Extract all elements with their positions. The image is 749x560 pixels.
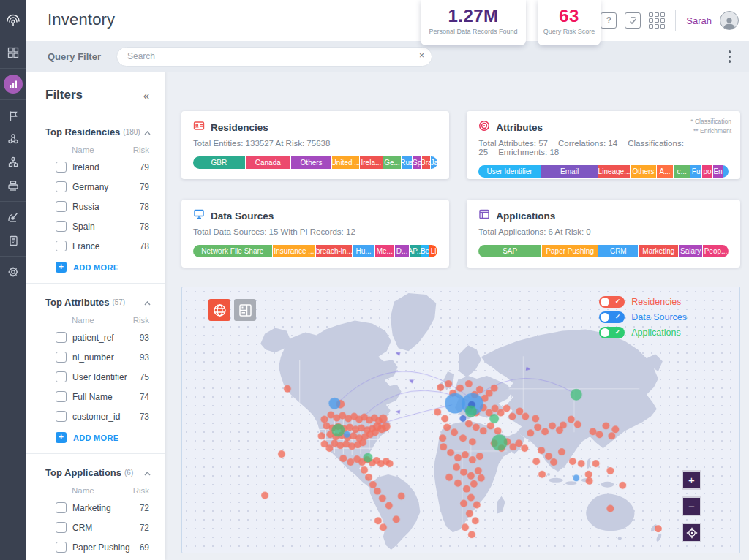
residency-marker[interactable]	[456, 385, 464, 392]
collapse-panel-button[interactable]: «	[143, 89, 149, 102]
residency-marker[interactable]	[437, 384, 444, 391]
residency-marker[interactable]	[359, 439, 366, 446]
residency-marker[interactable]	[398, 493, 405, 500]
bar-segment-c[interactable]: c...	[674, 165, 690, 178]
residency-marker[interactable]	[361, 466, 368, 474]
residency-marker[interactable]	[538, 447, 545, 454]
residency-marker[interactable]	[606, 467, 614, 474]
residency-marker[interactable]	[602, 422, 609, 429]
application-marker[interactable]	[364, 453, 373, 463]
residency-marker[interactable]	[492, 405, 499, 412]
residency-marker[interactable]	[596, 431, 603, 438]
checkbox[interactable]	[56, 201, 67, 212]
sidebar-item-correlation[interactable]	[0, 129, 26, 149]
residency-marker[interactable]	[284, 385, 291, 393]
residency-marker[interactable]	[472, 517, 479, 524]
residency-marker[interactable]	[393, 515, 400, 523]
residency-marker[interactable]	[379, 495, 386, 502]
residency-marker[interactable]	[545, 453, 552, 460]
residency-marker[interactable]	[532, 415, 539, 423]
bar-segment-me[interactable]: Me...	[375, 245, 395, 257]
residency-marker[interactable]	[550, 458, 557, 466]
bar-segment-end[interactable]	[723, 165, 729, 178]
add-more-button[interactable]: +ADD MORE	[26, 426, 165, 446]
residency-marker[interactable]	[549, 422, 556, 429]
residency-marker[interactable]	[476, 453, 483, 460]
residency-marker[interactable]	[574, 420, 581, 428]
zoom-out-button[interactable]: −	[682, 496, 701, 516]
avatar[interactable]	[720, 11, 739, 30]
bar-segment-salary[interactable]: Salary	[679, 245, 703, 257]
checkbox[interactable]	[56, 181, 67, 192]
application-marker[interactable]	[331, 423, 345, 436]
application-marker[interactable]	[489, 414, 499, 423]
residency-marker[interactable]	[476, 386, 483, 393]
sidebar-item-reports[interactable]	[0, 230, 26, 251]
residency-marker[interactable]	[467, 472, 475, 480]
checkbox[interactable]	[56, 542, 67, 553]
residency-marker[interactable]	[321, 416, 328, 423]
residency-marker[interactable]	[611, 425, 619, 433]
residency-marker[interactable]	[468, 531, 475, 538]
residency-marker[interactable]	[385, 502, 393, 510]
residency-marker[interactable]	[374, 488, 381, 495]
zoom-in-button[interactable]: +	[682, 470, 701, 490]
more-options-button[interactable]	[727, 49, 733, 64]
bar-segment-sp[interactable]: Sp	[413, 156, 422, 169]
checkbox[interactable]	[56, 391, 67, 402]
toggle-applications[interactable]: ✓	[599, 327, 625, 338]
data-source-marker[interactable]	[573, 474, 579, 481]
residency-marker[interactable]	[606, 505, 614, 512]
residency-marker[interactable]	[515, 439, 522, 447]
clear-search-icon[interactable]: ×	[419, 50, 424, 61]
residency-marker[interactable]	[478, 474, 485, 482]
residency-marker[interactable]	[369, 481, 377, 488]
residency-marker[interactable]	[568, 416, 575, 423]
residency-marker[interactable]	[445, 380, 452, 387]
residency-marker[interactable]	[462, 451, 469, 458]
residency-marker[interactable]	[325, 444, 333, 452]
bar-segment-ap[interactable]: AP...	[410, 245, 421, 257]
residency-marker[interactable]	[619, 482, 626, 489]
residency-marker[interactable]	[469, 438, 476, 445]
residency-marker[interactable]	[445, 474, 453, 481]
data-source-marker[interactable]	[460, 415, 467, 422]
residency-marker[interactable]	[532, 458, 540, 465]
app-logo-icon[interactable]	[0, 0, 26, 41]
tasks-button[interactable]	[625, 12, 641, 29]
residency-marker[interactable]	[339, 455, 347, 462]
residency-marker[interactable]	[434, 409, 441, 416]
filter-section-header[interactable]: Top Residencies(180)	[26, 122, 165, 143]
residency-marker[interactable]	[454, 454, 462, 461]
checkbox[interactable]	[56, 332, 67, 343]
residency-marker[interactable]	[470, 480, 478, 488]
residency-marker[interactable]	[463, 485, 470, 493]
bar-segment-canada[interactable]: Canada	[246, 156, 291, 169]
sidebar-item-data-sources[interactable]	[0, 175, 26, 196]
residency-marker[interactable]	[473, 423, 480, 431]
residency-marker[interactable]	[473, 502, 481, 509]
sidebar-item-inventory-active[interactable]	[0, 74, 26, 94]
residency-marker[interactable]	[560, 421, 567, 428]
residency-marker[interactable]	[558, 448, 565, 455]
bar-segment-fu[interactable]: Fu	[690, 165, 702, 178]
help-button[interactable]: ?	[601, 12, 617, 29]
add-more-button[interactable]: +ADD MORE	[26, 256, 165, 276]
residency-marker[interactable]	[447, 449, 454, 456]
residency-marker[interactable]	[590, 428, 597, 435]
bar-segment-insurance[interactable]: Insurance ...	[273, 245, 317, 257]
residency-marker[interactable]	[487, 422, 494, 429]
residency-marker[interactable]	[441, 415, 448, 423]
residency-marker[interactable]	[379, 415, 388, 423]
checkbox[interactable]	[56, 371, 67, 382]
filter-section-header[interactable]: Top Attributes(57)	[26, 292, 165, 313]
bar-segment-en[interactable]: En	[713, 165, 724, 178]
residency-marker[interactable]	[534, 423, 541, 431]
residency-marker[interactable]	[451, 428, 458, 436]
residency-marker[interactable]	[527, 429, 534, 436]
toggle-residencies[interactable]: ✓	[599, 296, 625, 308]
bar-segment-breach-in[interactable]: breach-in...	[316, 245, 353, 257]
residency-marker[interactable]	[585, 471, 592, 478]
application-marker[interactable]	[465, 406, 477, 417]
sidebar-item-dashboard[interactable]	[0, 42, 26, 63]
